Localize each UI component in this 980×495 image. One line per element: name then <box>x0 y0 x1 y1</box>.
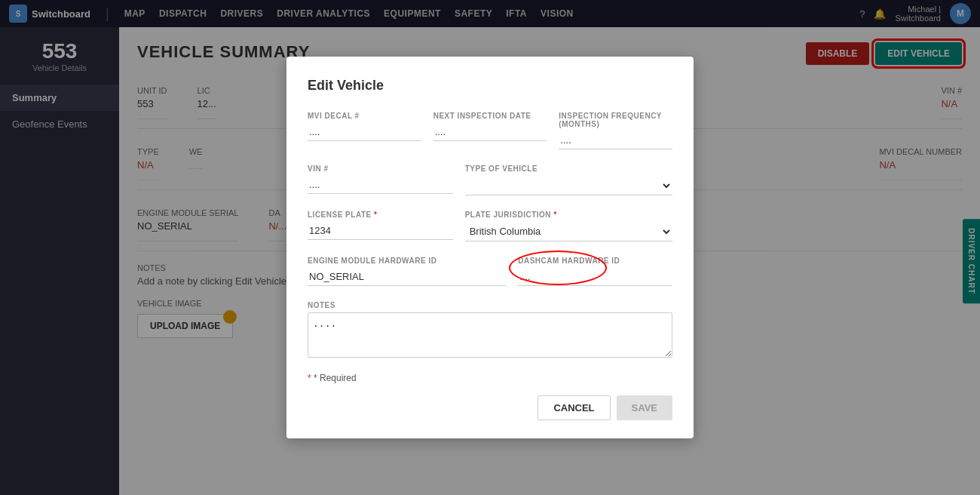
inspection-freq-input[interactable] <box>559 131 672 149</box>
type-vehicle-field: TYPE OF VEHICLE <box>465 164 672 195</box>
vin-field-label: VIN # <box>308 164 453 173</box>
license-plate-input[interactable] <box>308 222 453 240</box>
form-row-1: MVI DECAL # NEXT INSPECTION DATE INSPECT… <box>308 112 672 149</box>
required-note: * * Required <box>308 373 672 383</box>
mvi-decal-input[interactable] <box>308 123 421 141</box>
form-row-2: VIN # TYPE OF VEHICLE <box>308 164 672 195</box>
vin-field: VIN # <box>308 164 453 195</box>
next-inspection-label: NEXT INSPECTION DATE <box>433 112 547 120</box>
engine-module-label: ENGINE MODULE HARDWARE ID <box>308 257 506 265</box>
mvi-decal-field: MVI DECAL # <box>308 112 421 149</box>
mvi-decal-field-label: MVI DECAL # <box>308 112 421 120</box>
save-button[interactable]: SAVE <box>617 395 672 420</box>
vin-input[interactable] <box>308 176 453 194</box>
dashcam-field: DASHCAM HARDWARE ID <box>518 257 672 286</box>
modal-overlay: Edit Vehicle MVI DECAL # NEXT INSPECTION… <box>0 0 980 495</box>
plate-jurisdiction-field: PLATE JURISDICTION * British Columbia Al… <box>465 211 672 241</box>
dashcam-input[interactable] <box>518 268 672 286</box>
edit-vehicle-modal: Edit Vehicle MVI DECAL # NEXT INSPECTION… <box>286 57 694 438</box>
form-row-5: NOTES .... <box>308 301 672 358</box>
form-row-4: ENGINE MODULE HARDWARE ID DASHCAM HARDWA… <box>308 257 672 286</box>
inspection-freq-field: INSPECTION FREQUENCY (MONTHS) <box>559 112 672 149</box>
form-row-3: LICENSE PLATE * PLATE JURISDICTION * Bri… <box>308 211 672 241</box>
notes-textarea[interactable]: .... <box>308 312 672 358</box>
type-vehicle-select[interactable] <box>465 176 672 195</box>
plate-jurisdiction-label: PLATE JURISDICTION * <box>465 211 672 219</box>
license-plate-required: * <box>374 211 377 219</box>
plate-jurisdiction-required: * <box>553 211 556 219</box>
next-inspection-field: NEXT INSPECTION DATE <box>433 112 547 149</box>
cancel-button[interactable]: CANCEL <box>537 395 610 420</box>
plate-jurisdiction-select[interactable]: British Columbia Alberta Ontario Quebec … <box>465 222 672 241</box>
modal-title: Edit Vehicle <box>308 78 672 94</box>
dashcam-label: DASHCAM HARDWARE ID <box>518 257 672 265</box>
inspection-freq-label: INSPECTION FREQUENCY (MONTHS) <box>559 112 672 128</box>
notes-field-label: NOTES <box>308 301 672 309</box>
type-vehicle-label: TYPE OF VEHICLE <box>465 164 672 173</box>
engine-module-field: ENGINE MODULE HARDWARE ID <box>308 257 506 286</box>
next-inspection-input[interactable] <box>433 123 547 141</box>
engine-module-input[interactable] <box>308 268 506 286</box>
license-plate-label: LICENSE PLATE * <box>308 211 453 219</box>
license-plate-field: LICENSE PLATE * <box>308 211 453 241</box>
notes-field: NOTES .... <box>308 301 672 358</box>
modal-footer: CANCEL SAVE <box>308 395 672 420</box>
